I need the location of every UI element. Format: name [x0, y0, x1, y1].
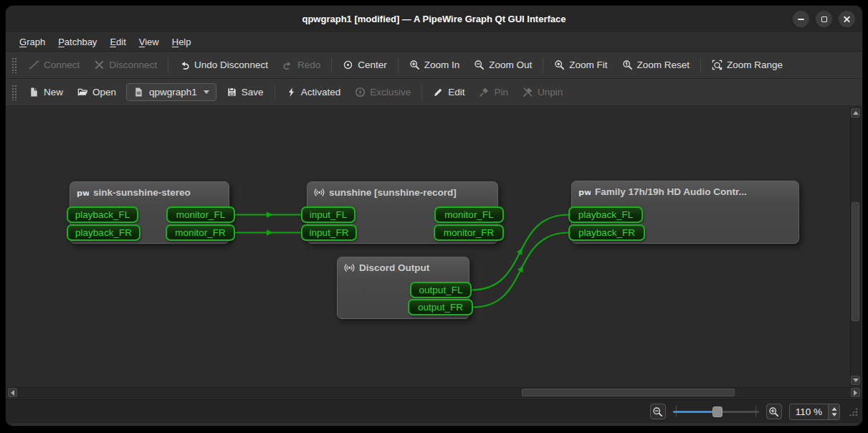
resize-grip[interactable] — [849, 407, 858, 417]
port-sink-sunshine-stereo-monitor-fr[interactable]: monitor_FR — [166, 224, 235, 241]
svg-text:pw: pw — [77, 188, 89, 198]
toolbar-button-zoom-in[interactable]: Zoom In — [402, 56, 467, 74]
port-family-hd-audio-playback-fr[interactable]: playback_FR — [568, 224, 645, 241]
activated-icon — [286, 87, 297, 97]
scroll-up-button[interactable] — [851, 108, 860, 118]
zoom-spinbox[interactable]: 110 % — [789, 404, 840, 420]
node-header: sunshine [sunshine-record] — [307, 182, 497, 203]
toolbar-button-zoom-range[interactable]: Zoom Range — [705, 56, 790, 74]
toolbar-main: ConnectDisconnectUndo DisconnectRedoCent… — [6, 52, 862, 79]
arrow-right-icon — [854, 390, 857, 396]
window-title: qpwgraph1 [modified] — A PipeWire Graph … — [302, 14, 566, 24]
svg-text:pw: pw — [578, 187, 591, 197]
graph-canvas[interactable]: pwsink-sunshine-stereoplayback_FLplaybac… — [6, 106, 862, 399]
slider-handle[interactable] — [712, 406, 722, 417]
slider-fill — [673, 411, 717, 413]
toolbar-handle[interactable] — [11, 57, 17, 73]
connections-layer — [6, 106, 862, 399]
toolbar-button-new[interactable]: New — [22, 83, 70, 101]
undo-icon — [179, 60, 190, 70]
toolbar-button-redo[interactable]: Redo — [275, 56, 328, 74]
port-sunshine-monitor-fl[interactable]: monitor_FL — [434, 206, 504, 223]
port-discord-output-output-fl[interactable]: output_FL — [410, 282, 472, 298]
toolbar-label: Open — [92, 87, 116, 97]
toolbar-button-unpin[interactable]: Unpin — [515, 83, 570, 101]
stream-icon — [314, 187, 325, 198]
scroll-left-button[interactable] — [8, 388, 17, 397]
toolbar-button-zoom-fit[interactable]: Zoom Fit — [547, 56, 614, 74]
toolbar-button-zoom-reset[interactable]: Zoom Reset — [615, 56, 697, 74]
toolbar-label: Zoom Fit — [569, 60, 607, 70]
node-header: pwsink-sunshine-stereo — [70, 182, 229, 203]
menu-item-edit[interactable]: Edit — [103, 34, 132, 50]
node-title: sunshine [sunshine-record] — [329, 187, 457, 198]
toolbar-button-edit[interactable]: Edit — [426, 83, 472, 101]
toolbar-label: Unpin — [538, 87, 563, 97]
horizontal-scrollbar[interactable] — [7, 387, 861, 398]
spin-buttons[interactable] — [828, 404, 839, 419]
statusbar-zoom-in-button[interactable] — [766, 404, 782, 419]
toolbar-button-save[interactable]: Save — [219, 83, 271, 101]
spin-up-icon[interactable] — [831, 407, 836, 411]
port-sunshine-monitor-fr[interactable]: monitor_FR — [434, 224, 504, 241]
vertical-scroll-thumb[interactable] — [852, 202, 859, 321]
horizontal-scroll-thumb[interactable] — [522, 389, 735, 396]
toolbar-button-center[interactable]: Center — [335, 56, 394, 74]
toolbar-label: Pin — [494, 87, 508, 97]
statusbar-zoom-out-button[interactable] — [650, 404, 666, 419]
port-sink-sunshine-stereo-monitor-fl[interactable]: monitor_FL — [166, 206, 235, 223]
toolbar-button-zoom-out[interactable]: Zoom Out — [467, 56, 539, 74]
toolbar-button-undo-disconnect[interactable]: Undo Disconnect — [172, 56, 275, 74]
menu-item-graph[interactable]: Graph — [13, 34, 52, 50]
menu-item-help[interactable]: Help — [166, 34, 198, 50]
toolbar-label: Connect — [44, 60, 80, 70]
maximize-button[interactable] — [816, 11, 832, 27]
scroll-right-button[interactable] — [851, 388, 860, 397]
spin-down-icon[interactable] — [831, 413, 836, 417]
redo-icon — [282, 60, 293, 70]
toolbar-button-open[interactable]: Open — [70, 83, 123, 101]
patchbay-file-icon — [133, 87, 144, 97]
toolbar-button-connect[interactable]: Connect — [22, 56, 87, 74]
connection-wire — [473, 233, 568, 308]
zoom-out-icon — [652, 406, 663, 417]
close-button[interactable] — [839, 11, 855, 27]
port-sink-sunshine-stereo-playback-fl[interactable]: playback_FL — [67, 206, 138, 223]
titlebar: qpwgraph1 [modified] — A PipeWire Graph … — [6, 6, 862, 32]
stream-icon — [344, 262, 355, 273]
zoom-in-icon — [409, 60, 420, 70]
toolbar-handle[interactable] — [11, 85, 17, 100]
node-title: Family 17h/19h HD Audio Contr... — [595, 186, 747, 197]
close-icon — [843, 15, 851, 23]
port-discord-output-output-fr[interactable]: output_FR — [408, 299, 473, 315]
exclusive-icon — [355, 87, 366, 97]
toolbar-separator — [331, 57, 332, 73]
toolbar-button-pin[interactable]: Pin — [472, 83, 515, 101]
toolbar-label: Undo Disconnect — [194, 60, 268, 70]
toolbar-label: Zoom Out — [489, 60, 532, 70]
toolbar-separator — [543, 57, 543, 73]
zoom-fit-icon — [554, 60, 565, 70]
connection-arrow-icon — [267, 211, 273, 217]
minimize-button[interactable] — [793, 11, 809, 27]
port-sunshine-input-fr[interactable]: input_FR — [301, 224, 357, 241]
toolbar-label: Zoom Range — [727, 60, 783, 70]
port-family-hd-audio-playback-fl[interactable]: playback_FL — [568, 206, 643, 223]
port-sunshine-input-fl[interactable]: input_FL — [301, 206, 356, 223]
scroll-down-button[interactable] — [851, 376, 860, 385]
zoom-slider[interactable] — [673, 404, 759, 419]
pipewire-icon: pw — [578, 187, 591, 197]
toolbar-label: Activated — [301, 87, 341, 97]
toolbar-label: New — [44, 87, 63, 97]
new-icon — [29, 87, 39, 97]
toolbar-button-activated[interactable]: Activated — [279, 83, 348, 101]
toolbar-button-exclusive[interactable]: Exclusive — [348, 83, 418, 101]
menu-item-view[interactable]: View — [133, 34, 166, 50]
toolbar-dropdown-qpwgraph1[interactable]: qpwgraph1 — [126, 83, 216, 101]
arrow-up-icon — [853, 111, 859, 115]
menu-item-patchbay[interactable]: Patchbay — [52, 34, 103, 50]
vertical-scrollbar[interactable] — [850, 108, 861, 386]
port-sink-sunshine-stereo-playback-fr[interactable]: playback_FR — [67, 224, 140, 241]
statusbar: 110 % — [6, 399, 862, 423]
toolbar-button-disconnect[interactable]: Disconnect — [87, 56, 164, 74]
